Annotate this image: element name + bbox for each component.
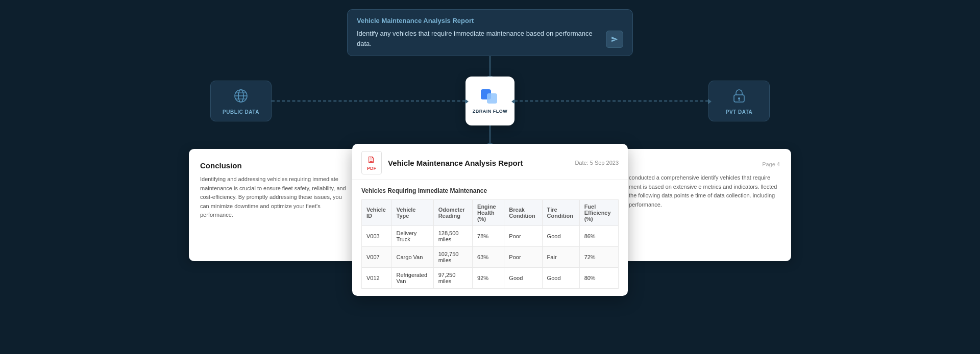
table-row: V012Refrigerated Van97,250 miles92%GoodG… [362, 268, 619, 289]
table-cell: Poor [504, 247, 542, 268]
report-header-left: 🗎 PDF Vehicle Maintenance Analysis Repor… [361, 151, 523, 174]
col-tire: Tire Condition [542, 200, 579, 226]
table-cell: V012 [362, 268, 392, 289]
table-cell: Good [542, 268, 579, 289]
table-cell: Refrigerated Van [391, 268, 433, 289]
report-title: Vehicle Maintenance Analysis Report [388, 159, 523, 167]
table-cell: 80% [579, 268, 618, 289]
nodes-row: PUBLIC DATA ZBRAIN FLOW [0, 77, 980, 125]
table-cell: Good [542, 226, 579, 247]
page4-text: conducted a comprehensive identify vehic… [629, 173, 780, 209]
prompt-card-body: Identify any vehicles that require immed… [357, 29, 623, 48]
pvt-data-node: PVT DATA [708, 81, 770, 121]
table-header-row: Vehicle ID Vehicle Type Odometer Reading… [362, 200, 619, 226]
section-title: Vehicles Requiring Immediate Maintenance [361, 187, 619, 194]
table-cell: Fair [542, 247, 579, 268]
table-cell: 86% [579, 226, 618, 247]
table-cell: Good [504, 268, 542, 289]
dashed-line-right [514, 100, 708, 102]
arrow-down-2 [489, 125, 491, 144]
send-icon [611, 36, 618, 43]
zbrain-logo-icon [480, 88, 500, 107]
col-engine-health: Engine Health (%) [473, 200, 504, 226]
table-cell: 72% [579, 247, 618, 268]
report-date: Date: 5 Sep 2023 [575, 160, 619, 166]
prompt-card-text: Identify any vehicles that require immed… [357, 29, 601, 48]
report-card: 🗎 PDF Vehicle Maintenance Analysis Repor… [352, 144, 628, 296]
public-data-label: PUBLIC DATA [223, 109, 259, 115]
col-fuel: Fuel Efficiency (%) [579, 200, 618, 226]
table-cell: 92% [473, 268, 504, 289]
table-body: V003Delivery Truck128,500 miles78%PoorGo… [362, 226, 619, 289]
col-odometer: Odometer Reading [433, 200, 472, 226]
pdf-label: PDF [367, 166, 376, 171]
send-button[interactable] [606, 31, 623, 48]
col-break: Break Condition [504, 200, 542, 226]
pvt-data-label: PVT DATA [726, 109, 753, 115]
zbrain-flow-label: ZBRAIN FLOW [473, 109, 508, 114]
svg-point-8 [738, 97, 740, 99]
col-vehicle-type: Vehicle Type [391, 200, 433, 226]
public-data-node: PUBLIC DATA [210, 81, 272, 121]
page4-number: Page 4 [629, 161, 780, 167]
report-header: 🗎 PDF Vehicle Maintenance Analysis Repor… [352, 144, 628, 180]
bottom-content: Conclusion Identifying and addressing ve… [0, 144, 980, 296]
table-cell: 128,500 miles [433, 226, 472, 247]
report-body: Vehicles Requiring Immediate Maintenance… [352, 180, 628, 296]
table-cell: 97,250 miles [433, 268, 472, 289]
pdf-icon: 🗎 PDF [361, 151, 382, 174]
conclusion-card: Conclusion Identifying and addressing ve… [189, 149, 362, 261]
conclusion-text: Identifying and addressing vehicles requ… [200, 175, 351, 220]
table-cell: V003 [362, 226, 392, 247]
table-cell: Poor [504, 226, 542, 247]
pdf-icon-symbol: 🗎 [367, 155, 376, 165]
svg-rect-6 [487, 93, 497, 104]
prompt-card: Vehicle Maintenance Analysis Report Iden… [347, 9, 633, 56]
table-cell: Delivery Truck [391, 226, 433, 247]
prompt-card-title: Vehicle Maintenance Analysis Report [357, 17, 623, 24]
table-row: V007Cargo Van102,750 miles63%PoorFair72% [362, 247, 619, 268]
page4-card: Page 4 conducted a comprehensive identif… [618, 149, 791, 261]
col-vehicle-id: Vehicle ID [362, 200, 392, 226]
table-cell: V007 [362, 247, 392, 268]
table-cell: 78% [473, 226, 504, 247]
table-cell: Cargo Van [391, 247, 433, 268]
arrow-down-1 [489, 56, 491, 77]
globe-icon [233, 88, 249, 106]
table-row: V003Delivery Truck128,500 miles78%PoorGo… [362, 226, 619, 247]
maintenance-table: Vehicle ID Vehicle Type Odometer Reading… [361, 199, 619, 289]
zbrain-flow-node: ZBRAIN FLOW [465, 77, 514, 125]
table-cell: 63% [473, 247, 504, 268]
table-header: Vehicle ID Vehicle Type Odometer Reading… [362, 200, 619, 226]
table-cell: 102,750 miles [433, 247, 472, 268]
conclusion-title: Conclusion [200, 161, 351, 170]
lock-icon [732, 88, 746, 106]
dashed-line-left [272, 100, 465, 102]
